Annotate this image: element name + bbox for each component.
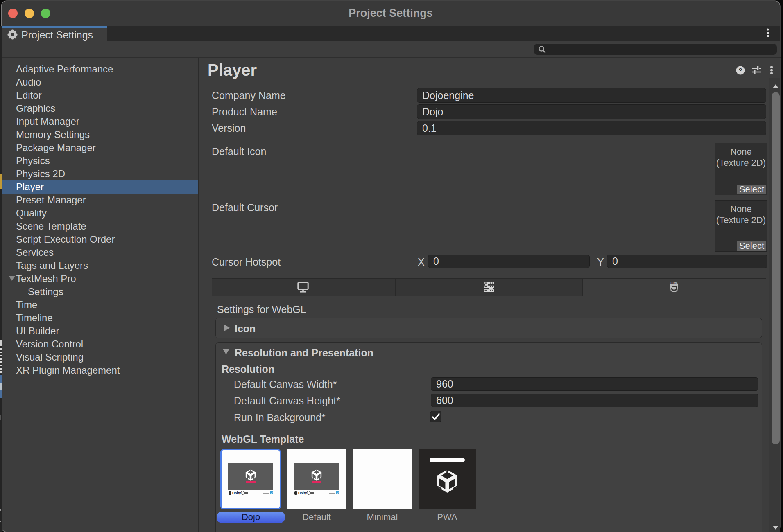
svg-text:?: ? xyxy=(738,67,742,74)
svg-text:HTML: HTML xyxy=(670,281,677,284)
